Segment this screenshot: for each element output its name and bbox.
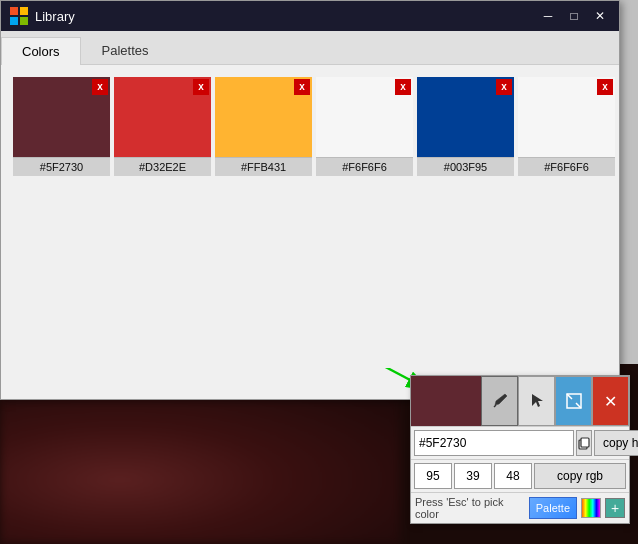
- palette-button[interactable]: Palette: [529, 497, 577, 519]
- swatch-container-4: x #003F95: [417, 77, 514, 176]
- color-swatch-4[interactable]: x: [417, 77, 514, 157]
- content-area: [1, 188, 619, 368]
- titlebar: Library ─ □ ✕: [1, 1, 619, 31]
- color-swatch-3[interactable]: x: [316, 77, 413, 157]
- color-swatch-2[interactable]: x: [215, 77, 312, 157]
- swatch-label-1: #D32E2E: [114, 157, 211, 176]
- color-picker-panel: ✕ copy hex copy rgb Press 'Esc' to pick …: [410, 375, 630, 524]
- swatch-container-2: x #FFB431: [215, 77, 312, 176]
- tab-palettes[interactable]: Palettes: [81, 36, 170, 64]
- cursor-tool-button[interactable]: [518, 376, 555, 426]
- color-swatch-1[interactable]: x: [114, 77, 211, 157]
- swatch-container-3: x #F6F6F6: [316, 77, 413, 176]
- b-field[interactable]: [494, 463, 532, 489]
- svg-marker-6: [495, 394, 507, 405]
- r-field[interactable]: [414, 463, 452, 489]
- swatch-label-0: #5F2730: [13, 157, 110, 176]
- rgb-row: copy rgb: [411, 459, 629, 492]
- close-picker-button[interactable]: ✕: [592, 376, 629, 426]
- copy-rgb-button[interactable]: copy rgb: [534, 463, 626, 489]
- remove-swatch-0[interactable]: x: [92, 79, 108, 95]
- svg-marker-8: [532, 394, 543, 407]
- remove-swatch-2[interactable]: x: [294, 79, 310, 95]
- svg-rect-1: [20, 7, 28, 15]
- minimize-button[interactable]: ─: [537, 8, 559, 24]
- swatch-container-0: x #5F2730: [13, 77, 110, 176]
- remove-swatch-3[interactable]: x: [395, 79, 411, 95]
- swatch-label-2: #FFB431: [215, 157, 312, 176]
- swatch-container-1: x #D32E2E: [114, 77, 211, 176]
- close-button[interactable]: ✕: [589, 8, 611, 24]
- svg-rect-0: [10, 7, 18, 15]
- color-preview: [411, 376, 481, 426]
- remove-swatch-5[interactable]: x: [597, 79, 613, 95]
- eyedropper-tool-button[interactable]: [481, 376, 518, 426]
- swatch-label-5: #F6F6F6: [518, 157, 615, 176]
- window-title: Library: [35, 9, 537, 24]
- svg-line-7: [494, 405, 496, 407]
- svg-rect-3: [20, 17, 28, 25]
- swatch-label-3: #F6F6F6: [316, 157, 413, 176]
- remove-swatch-1[interactable]: x: [193, 79, 209, 95]
- color-grid: x #5F2730 x #D32E2E x #FFB431 x #F6F6F6: [1, 65, 619, 188]
- picker-bottom-row: Press 'Esc' to pick color Palette +: [411, 492, 629, 523]
- expand-tool-button[interactable]: [555, 376, 592, 426]
- svg-rect-13: [581, 438, 589, 447]
- svg-rect-2: [10, 17, 18, 25]
- remove-swatch-4[interactable]: x: [496, 79, 512, 95]
- titlebar-buttons: ─ □ ✕: [537, 8, 611, 24]
- picker-top-row: ✕: [411, 376, 629, 426]
- add-to-palette-button[interactable]: +: [605, 498, 625, 518]
- g-field[interactable]: [454, 463, 492, 489]
- hex-input[interactable]: [414, 430, 574, 456]
- picker-tools: ✕: [481, 376, 629, 426]
- swatch-container-5: x #F6F6F6: [518, 77, 615, 176]
- tab-bar: Colors Palettes: [1, 31, 619, 65]
- color-swatch-5[interactable]: x: [518, 77, 615, 157]
- esc-hint: Press 'Esc' to pick color: [415, 496, 525, 520]
- palette-color-icon: [581, 498, 601, 518]
- hex-row: copy hex: [411, 426, 629, 459]
- tab-colors[interactable]: Colors: [1, 37, 81, 65]
- restore-button[interactable]: □: [563, 8, 585, 24]
- copy-hex-button[interactable]: copy hex: [594, 430, 638, 456]
- library-window: Library ─ □ ✕ Colors Palettes x #5F2730 …: [0, 0, 620, 400]
- bg-blur: [0, 384, 400, 544]
- copy-icon-button[interactable]: [576, 430, 592, 456]
- app-icon: [9, 6, 29, 26]
- color-swatch-0[interactable]: x: [13, 77, 110, 157]
- swatch-label-4: #003F95: [417, 157, 514, 176]
